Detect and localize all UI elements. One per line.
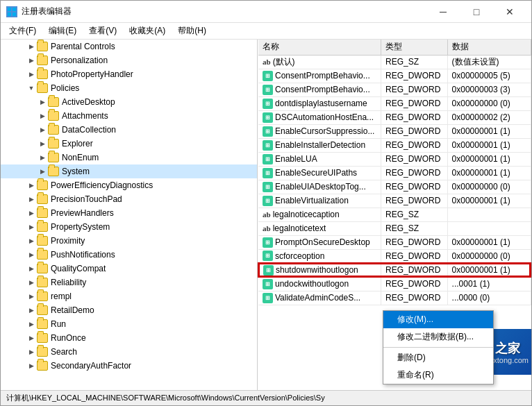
cell-name: ⊞ EnableVirtualization (258, 194, 381, 208)
tree-item-proximity[interactable]: ▶ Proximity (1, 234, 257, 248)
expand-run[interactable]: ▶ (26, 319, 37, 330)
table-row[interactable]: ⊞ EnableLUA REG_DWORD 0x00000001 (1) (258, 152, 531, 166)
menu-favorites[interactable]: 收藏夹(A) (124, 24, 171, 38)
tree-item-power-efficiency[interactable]: ▶ PowerEfficiencyDiagnostics (1, 178, 257, 192)
tree-item-retail-demo[interactable]: ▶ RetailDemo (1, 303, 257, 317)
table-row[interactable]: ⊞ undockwithoutlogon REG_DWORD ...0001 (… (258, 277, 531, 291)
expand-secondary[interactable]: ▶ (26, 360, 37, 371)
tree-item-explorer[interactable]: ▶ Explorer (1, 137, 257, 151)
context-menu-rename[interactable]: 重命名(R) (383, 366, 493, 384)
table-row[interactable]: ⊞ EnableVirtualization REG_DWORD 0x00000… (258, 194, 531, 208)
expand-retail[interactable]: ▶ (26, 305, 37, 316)
expand-attachments[interactable]: ▶ (37, 110, 48, 121)
menu-edit[interactable]: 编辑(E) (43, 24, 82, 38)
table-row[interactable]: ⊞ shutdownwithoutlogon REG_DWORD 0x00000… (258, 263, 531, 277)
tree-item-property-system[interactable]: ▶ PropertySystem (1, 220, 257, 234)
close-button[interactable]: ✕ (494, 1, 526, 23)
cell-type: REG_DWORD (381, 124, 448, 138)
tree-label-personalization: Personalization (51, 56, 108, 65)
expand-policies[interactable]: ▼ (26, 83, 37, 94)
table-row[interactable]: ab (默认) REG_SZ (数值未设置) (258, 55, 531, 69)
tree-label-preview: PreviewHandlers (51, 208, 114, 218)
table-row[interactable]: ⊞ scforceoption REG_DWORD 0x00000000 (0) (258, 249, 531, 263)
table-row[interactable]: ⊞ DSCAutomationHostEna... REG_DWORD 0x00… (258, 110, 531, 124)
menu-view[interactable]: 查看(V) (83, 24, 122, 38)
expand-rempl[interactable]: ▶ (26, 291, 37, 302)
tree-item-precision-touch[interactable]: ▶ PrecisionTouchPad (1, 192, 257, 206)
table-row[interactable]: ⊞ EnableSecureUIPaths REG_DWORD 0x000000… (258, 166, 531, 180)
table-row[interactable]: ab legalnoticecaption REG_SZ (258, 208, 531, 221)
tree-item-non-enum[interactable]: ▶ NonEnum (1, 151, 257, 164)
expand-proximity[interactable]: ▶ (26, 235, 37, 246)
expand-preview[interactable]: ▶ (26, 208, 37, 219)
expand-precision[interactable]: ▶ (26, 194, 37, 205)
tree-label-data-collection: DataCollection (62, 125, 116, 135)
expand-push[interactable]: ▶ (26, 249, 37, 260)
tree-item-rempl[interactable]: ▶ rempl (1, 289, 257, 303)
cell-name: ab legalnoticecaption (258, 208, 381, 221)
svg-rect-3 (13, 12, 16, 16)
tree-item-personalization[interactable]: ▶ Personalization (1, 53, 257, 67)
tree-item-secondary-auth[interactable]: ▶ SecondaryAuthFactor (1, 359, 257, 373)
table-row[interactable]: ⊞ ValidateAdminCodeS... REG_DWORD ...000… (258, 291, 531, 305)
table-row[interactable]: ⊞ dontdisplaylastusername REG_DWORD 0x00… (258, 96, 531, 110)
expand-data-collection[interactable]: ▶ (37, 124, 48, 135)
tree-item-data-collection[interactable]: ▶ DataCollection (1, 123, 257, 137)
expand-photo[interactable]: ▶ (26, 69, 37, 80)
table-row[interactable]: ⊞ EnableInstallerDetection REG_DWORD 0x0… (258, 138, 531, 152)
table-row[interactable]: ⊞ EnableCursorSuppressio... REG_DWORD 0x… (258, 124, 531, 138)
expand-reliability[interactable]: ▶ (26, 277, 37, 288)
tree-item-preview-handlers[interactable]: ▶ PreviewHandlers (1, 206, 257, 220)
maximize-button[interactable]: □ (460, 1, 492, 23)
tree-item-reliability[interactable]: ▶ Reliability (1, 276, 257, 289)
table-row[interactable]: ⊞ ConsentPromptBehavio... REG_DWORD 0x00… (258, 83, 531, 96)
expand-run-once[interactable]: ▶ (26, 332, 37, 344)
title-bar-left: 注册表编辑器 (6, 6, 72, 17)
cell-name: ⊞ DSCAutomationHostEna... (258, 110, 381, 124)
expand-property-system[interactable]: ▶ (26, 221, 37, 232)
tree-item-search[interactable]: ▶ Search (1, 345, 257, 359)
cell-type: REG_DWORD (381, 235, 448, 249)
expand-power[interactable]: ▶ (26, 180, 37, 191)
context-menu-modify-binary[interactable]: 修改二进制数据(B)... (383, 328, 493, 346)
tree-label-proximity: Proximity (51, 236, 85, 246)
expand-system[interactable]: ▶ (37, 166, 48, 177)
tree-item-active-desktop[interactable]: ▶ ActiveDesktop (1, 95, 257, 109)
col-type[interactable]: 类型 (381, 40, 448, 55)
expand-personalization[interactable]: ▶ (26, 55, 37, 66)
expand-explorer[interactable]: ▶ (37, 138, 48, 149)
tree-item-parental-controls[interactable]: ▶ Parental Controls (1, 40, 257, 53)
folder-icon-retail (37, 305, 48, 315)
menu-file[interactable]: 文件(F) (3, 24, 42, 38)
col-data[interactable]: 数据 (447, 40, 531, 55)
minimize-button[interactable]: ─ (427, 1, 459, 23)
tree-item-run-once[interactable]: ▶ RunOnce (1, 331, 257, 345)
expand-non-enum[interactable]: ▶ (37, 152, 48, 163)
col-name[interactable]: 名称 (258, 40, 381, 55)
table-row[interactable]: ⊞ PromptOnSecureDesktop REG_DWORD 0x0000… (258, 235, 531, 249)
tree-item-quality-compat[interactable]: ▶ QualityCompat (1, 262, 257, 276)
table-row[interactable]: ab legalnoticetext REG_SZ (258, 221, 531, 235)
tree-item-attachments[interactable]: ▶ Attachments (1, 109, 257, 123)
cell-type: REG_DWORD (381, 194, 448, 208)
tree-item-run[interactable]: ▶ Run (1, 317, 257, 331)
expand-active-desktop[interactable]: ▶ (37, 96, 48, 108)
cell-name: ⊞ EnableInstallerDetection (258, 138, 381, 152)
tree-item-photo-property[interactable]: ▶ PhotoPropertyHandler (1, 67, 257, 81)
expand-parental[interactable]: ▶ (26, 41, 37, 52)
tree-item-system[interactable]: ▶ System (1, 164, 257, 178)
tree-scroll[interactable]: ▶ Parental Controls ▶ Personalization ▶ … (1, 40, 257, 390)
tree-item-policies[interactable]: ▼ Policies (1, 81, 257, 95)
table-row[interactable]: ⊞ ConsentPromptBehavio... REG_DWORD 0x00… (258, 69, 531, 83)
table-row[interactable]: ⊞ EnableUIADesktopTog... REG_DWORD 0x000… (258, 180, 531, 194)
context-menu-delete[interactable]: 删除(D) (383, 349, 493, 366)
title-bar: 注册表编辑器 ─ □ ✕ (1, 1, 531, 23)
tree-item-push-notifications[interactable]: ▶ PushNotifications (1, 248, 257, 262)
expand-quality[interactable]: ▶ (26, 263, 37, 274)
context-menu-modify[interactable]: 修改(M)... (383, 311, 493, 328)
cell-data: 0x00000003 (3) (447, 83, 531, 96)
cell-name: ⊞ shutdownwithoutlogon (258, 263, 381, 277)
folder-icon-run-once (37, 333, 48, 343)
menu-help[interactable]: 帮助(H) (172, 24, 212, 38)
expand-search[interactable]: ▶ (26, 346, 37, 357)
